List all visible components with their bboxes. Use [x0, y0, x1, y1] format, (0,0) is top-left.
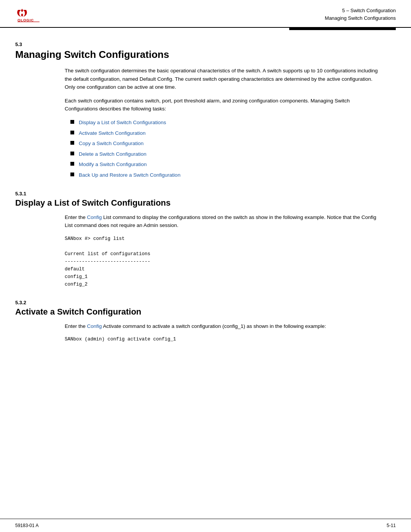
- svg-text:QLOGIC: QLOGIC: [18, 18, 34, 22]
- main-content: 5.3 Managing Switch Configurations The s…: [0, 30, 411, 385]
- link-backup[interactable]: Back Up and Restore a Switch Configurati…: [79, 171, 180, 179]
- section-5-3-title: Managing Switch Configurations: [15, 49, 396, 61]
- header-bar-block: [289, 28, 396, 30]
- link-activate[interactable]: Activate Switch Configuration: [79, 129, 146, 137]
- logo-area: QLOGIC: [15, 7, 49, 24]
- page-header: QLOGIC 5 – Switch Configuration Managing…: [0, 0, 411, 28]
- code-line-1: SANbox #> config list: [65, 235, 396, 243]
- list-item: Activate Switch Configuration: [70, 129, 396, 137]
- section-5-3: 5.3 Managing Switch Configurations The s…: [15, 42, 396, 179]
- link-copy[interactable]: Copy a Switch Configuration: [79, 139, 143, 148]
- link-display-list[interactable]: Display a List of Switch Configurations: [79, 118, 166, 127]
- bullet-icon: [70, 162, 74, 166]
- link-delete[interactable]: Delete a Switch Configuration: [79, 150, 147, 158]
- section-5-3-2-title: Activate a Switch Configuration: [15, 307, 396, 317]
- list-item: Copy a Switch Configuration: [70, 139, 396, 148]
- code-line-activate: SANbox (admin) config activate config_1: [65, 335, 396, 343]
- header-chapter: 5 – Switch Configuration: [325, 7, 396, 14]
- section-5-3-number: 5.3: [15, 42, 396, 47]
- code-block-output: Current list of configurations ---------…: [65, 250, 396, 288]
- link-modify[interactable]: Modify a Switch Configuration: [79, 160, 147, 169]
- section-5-3-2: 5.3.2 Activate a Switch Configuration En…: [15, 300, 396, 343]
- list-item: Delete a Switch Configuration: [70, 150, 396, 158]
- link-config-2[interactable]: Config: [87, 323, 102, 329]
- header-section: Managing Switch Configurations: [325, 14, 396, 22]
- bullet-icon: [70, 131, 74, 134]
- section-5-3-1-paragraph: Enter the Config List command to display…: [65, 213, 381, 230]
- section-5-3-1: 5.3.1 Display a List of Switch Configura…: [15, 191, 396, 288]
- header-chapter-info: 5 – Switch Configuration Managing Switch…: [325, 7, 396, 22]
- section-5-3-paragraph1: The switch configuration determines the …: [65, 67, 381, 91]
- list-item: Modify a Switch Configuration: [70, 160, 396, 169]
- footer-left: 59183-01 A: [15, 523, 38, 528]
- footer-right: 5-11: [387, 523, 396, 528]
- bullet-icon: [70, 120, 74, 124]
- list-item: Back Up and Restore a Switch Configurati…: [70, 171, 396, 179]
- section-5-3-2-number: 5.3.2: [15, 300, 396, 305]
- page-footer: 59183-01 A 5-11: [0, 519, 411, 532]
- code-block-config-list: SANbox #> config list Current list of co…: [65, 235, 396, 288]
- list-item: Display a List of Switch Configurations: [70, 118, 396, 127]
- section-5-3-link-list: Display a List of Switch Configurations …: [70, 118, 396, 179]
- section-5-3-1-number: 5.3.1: [15, 191, 396, 197]
- bullet-icon: [70, 173, 74, 176]
- section-5-3-paragraph2: Each switch configuration contains switc…: [65, 97, 381, 113]
- section-5-3-1-title: Display a List of Switch Configurations: [15, 198, 396, 208]
- section-5-3-2-paragraph: Enter the Config Activate command to act…: [65, 322, 381, 331]
- link-config-1[interactable]: Config: [87, 214, 102, 220]
- bullet-icon: [70, 152, 74, 155]
- qlogic-logo: QLOGIC: [15, 7, 49, 24]
- bullet-icon: [70, 141, 74, 145]
- code-block-activate: SANbox (admin) config activate config_1: [65, 335, 396, 343]
